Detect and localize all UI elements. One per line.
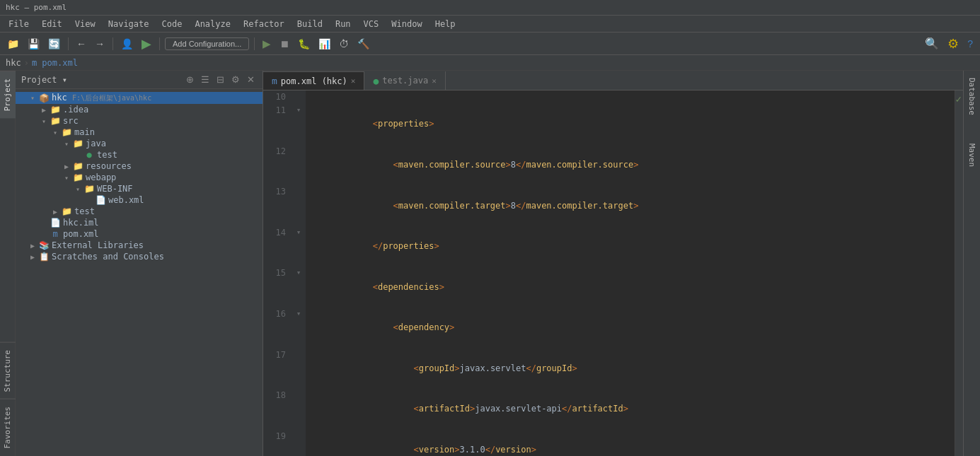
tree-item-java[interactable]: ▾ 📁 java [16,138,263,149]
line-15: 15 ▾ <dependencies> [263,267,955,308]
sep3 [159,37,160,50]
tree-label-extlibs: External Libraries [52,240,144,250]
help-btn[interactable]: ? [964,37,976,51]
menu-refactor[interactable]: Refactor [238,18,290,30]
sidebar-collapse-btn[interactable]: ⊟ [214,74,226,86]
tab-pomxml-close[interactable]: ✕ [351,76,356,86]
tree-item-test[interactable]: ▶ 📁 test [16,206,263,217]
tree-item-webapp[interactable]: ▾ 📁 webapp [16,172,263,183]
tree-label-java: java [86,139,106,148]
vtab-maven[interactable]: Maven [964,136,979,174]
build-btn[interactable]: 🔨 [354,37,372,51]
tree-item-testjava[interactable]: ● test [16,149,263,160]
extlibs-icon: 📚 [38,240,50,250]
breadcrumb-pomxml[interactable]: m pom.xml [32,58,78,68]
tree-item-hkc[interactable]: ▾ 📦 hkc F:\后台框架\java\hkc [16,92,263,104]
breadcrumb-sep: › [24,58,29,68]
tree-item-pomxml[interactable]: m pom.xml [16,228,263,240]
sidebar-list-btn[interactable]: ☰ [199,74,212,86]
run-green-btn[interactable]: ▶ [139,35,154,53]
open-btn[interactable]: 📁 [4,37,22,51]
tree-item-scratches[interactable]: ▶ 📋 Scratches and Consoles [16,251,263,262]
menu-file[interactable]: File [3,18,35,30]
tab-pomxml[interactable]: m pom.xml (hkc) ✕ [263,71,364,90]
sep4 [254,37,255,50]
tab-testjava-close[interactable]: ✕ [432,76,437,86]
menu-build[interactable]: Build [292,18,328,30]
line-11: 11 ▾ <properties> [263,104,955,145]
sidebar-add-btn[interactable]: ⊕ [184,74,196,86]
menu-view[interactable]: View [69,18,101,30]
folder-icon-webapp: 📁 [72,173,83,182]
line-14: 14 ▾ </properties> [263,226,955,267]
tab-icon-m: m [272,76,277,86]
sidebar-close-btn[interactable]: ✕ [245,74,257,86]
debug-btn[interactable]: 🐛 [295,37,313,51]
tree-item-webinf[interactable]: ▾ 📁 WEB-INF [16,183,263,194]
vtab-favorites[interactable]: Favorites [0,399,16,456]
vtab-project[interactable]: Project [0,71,16,118]
breadcrumb-hkc[interactable]: hkc [6,58,21,68]
update-btn[interactable]: ⚙ [945,35,962,53]
tree-label-hkciml: hkc.iml [63,218,99,228]
tree-item-extlibs[interactable]: ▶ 📚 External Libraries [16,240,263,251]
sidebar-header: Project ▾ ⊕ ☰ ⊟ ⚙ ✕ [16,71,263,89]
menu-navigate[interactable]: Navigate [103,18,155,30]
folder-icon-hkc: 📦 [38,93,50,103]
line-13: 13 <maven.compiler.target>8</maven.compi… [263,185,955,226]
menu-bar: File Edit View Navigate Code Analyze Ref… [0,16,980,33]
tree-item-resources[interactable]: ▶ 📁 resources [16,160,263,172]
tree-item-hkciml[interactable]: 📄 hkc.iml [16,217,263,228]
tree-label-idea: .idea [63,105,88,115]
save-btn[interactable]: 💾 [25,37,42,51]
tree-item-idea[interactable]: ▶ 📁 .idea [16,104,263,115]
main-layout: Project Structure Favorites Project ▾ ⊕ … [0,71,980,456]
sep1 [68,37,69,50]
sync-btn[interactable]: 🔄 [45,37,63,51]
tree-item-main[interactable]: ▾ 📁 main [16,127,263,138]
sep2 [113,37,113,50]
profile-btn[interactable]: ⏱ [336,37,352,51]
title-bar: hkc – pom.xml [0,0,980,16]
tree-item-src[interactable]: ▾ 📁 src [16,115,263,127]
add-config-button[interactable]: Add Configuration... [165,37,249,50]
iml-icon: 📄 [50,218,61,228]
editor-area: m pom.xml (hkc) ✕ ● test.java ✕ 10 [263,71,963,456]
sidebar-header-icons: ⊕ ☰ ⊟ ⚙ ✕ [184,74,257,86]
tree-label-test: test [74,206,95,216]
menu-analyze[interactable]: Analyze [189,18,236,30]
tree-label-hkc: hkc F:\后台框架\java\hkc [52,93,151,103]
left-vtabs: Project Structure Favorites [0,71,16,456]
coverage-btn[interactable]: 📊 [316,37,333,51]
toolbar-right: 🔍 ⚙ ? [922,35,976,53]
sidebar-tree: ▾ 📦 hkc F:\后台框架\java\hkc ▶ 📁 .idea ▾ 📁 s… [16,89,263,456]
menu-code[interactable]: Code [156,18,188,30]
search-everywhere-btn[interactable]: 🔍 [922,35,942,52]
line-12: 12 <maven.compiler.source>8</maven.compi… [263,145,955,186]
vtab-database[interactable]: Database [964,71,979,122]
folder-icon-src: 📁 [50,116,61,126]
scrollbar[interactable]: ✓ [955,90,963,456]
java-class-icon: ● [83,150,95,160]
menu-edit[interactable]: Edit [36,18,68,30]
menu-run[interactable]: Run [330,18,357,30]
menu-window[interactable]: Window [386,18,427,30]
run-btn[interactable]: ▶ [260,36,274,52]
menu-help[interactable]: Help [430,18,461,30]
tree-label-testjava: test [97,150,117,160]
folder-icon-main: 📁 [61,127,72,137]
vtab-structure[interactable]: Structure [0,342,16,399]
editor-content[interactable]: 10 11 ▾ <properties> 12 [263,90,955,456]
menu-vcs[interactable]: VCS [358,18,385,30]
tab-testjava[interactable]: ● test.java ✕ [364,71,445,90]
stop-btn[interactable]: ⏹ [277,37,292,51]
tree-item-webxml[interactable]: 📄 web.xml [16,194,263,206]
forward-btn[interactable]: → [92,37,108,51]
sidebar-title: Project ▾ [21,75,184,85]
back-btn[interactable]: ← [74,37,89,51]
user-btn[interactable]: 👤 [118,37,136,51]
tree-label-pomxml: pom.xml [63,229,99,239]
folder-icon-idea: 📁 [50,105,61,115]
sidebar-settings-btn[interactable]: ⚙ [229,74,242,86]
tab-bar: m pom.xml (hkc) ✕ ● test.java ✕ [263,71,963,90]
